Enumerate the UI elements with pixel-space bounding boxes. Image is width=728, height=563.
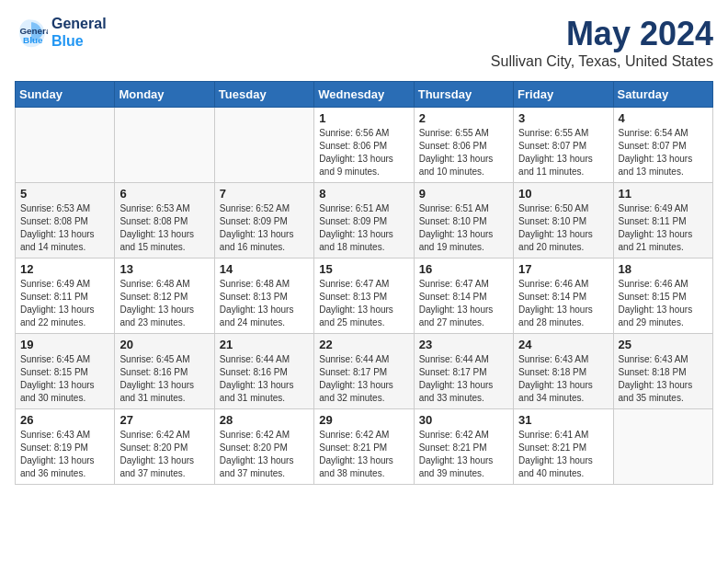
day-info: Sunrise: 6:43 AMSunset: 8:18 PMDaylight:… (619, 353, 708, 405)
calendar-week-5: 26Sunrise: 6:43 AMSunset: 8:19 PMDayligh… (16, 409, 713, 485)
day-info: Sunrise: 6:44 AMSunset: 8:16 PMDaylight:… (220, 353, 309, 405)
day-number: 11 (619, 187, 708, 201)
day-number: 23 (419, 338, 508, 351)
day-info: Sunrise: 6:55 AMSunset: 8:07 PMDaylight:… (518, 127, 608, 178)
day-number: 27 (119, 413, 209, 427)
day-number: 19 (20, 338, 109, 351)
calendar-cell: 15Sunrise: 6:47 AMSunset: 8:13 PMDayligh… (314, 259, 414, 334)
day-info: Sunrise: 6:48 AMSunset: 8:12 PMDaylight:… (119, 278, 209, 329)
header-wednesday: Wednesday (314, 82, 414, 108)
calendar-cell: 22Sunrise: 6:44 AMSunset: 8:17 PMDayligh… (314, 334, 414, 409)
calendar-cell: 9Sunrise: 6:51 AMSunset: 8:10 PMDaylight… (414, 183, 513, 259)
calendar-cell: 4Sunrise: 6:54 AMSunset: 8:07 PMDaylight… (613, 108, 712, 183)
calendar-cell (16, 108, 115, 183)
day-number: 2 (419, 111, 508, 125)
day-info: Sunrise: 6:43 AMSunset: 8:18 PMDaylight:… (518, 353, 608, 405)
day-number: 24 (518, 338, 608, 351)
day-number: 25 (619, 338, 708, 351)
day-number: 30 (419, 413, 508, 427)
header-monday: Monday (115, 82, 214, 108)
calendar-cell: 6Sunrise: 6:53 AMSunset: 8:08 PMDaylight… (115, 183, 214, 259)
day-number: 4 (619, 111, 708, 125)
day-number: 13 (119, 262, 209, 276)
day-info: Sunrise: 6:41 AMSunset: 8:21 PMDaylight:… (518, 429, 608, 480)
day-number: 3 (518, 111, 608, 125)
day-number: 12 (20, 262, 109, 276)
calendar-cell: 28Sunrise: 6:42 AMSunset: 8:20 PMDayligh… (214, 409, 313, 485)
day-info: Sunrise: 6:49 AMSunset: 8:11 PMDaylight:… (20, 278, 109, 329)
calendar-cell: 11Sunrise: 6:49 AMSunset: 8:11 PMDayligh… (613, 183, 712, 259)
day-number: 20 (119, 338, 209, 351)
day-number: 31 (518, 413, 608, 427)
day-info: Sunrise: 6:47 AMSunset: 8:13 PMDaylight:… (319, 278, 408, 329)
day-info: Sunrise: 6:49 AMSunset: 8:11 PMDaylight:… (619, 202, 708, 254)
calendar-table: SundayMondayTuesdayWednesdayThursdayFrid… (15, 81, 713, 485)
day-info: Sunrise: 6:42 AMSunset: 8:20 PMDaylight:… (220, 429, 309, 480)
day-info: Sunrise: 6:44 AMSunset: 8:17 PMDaylight:… (419, 353, 508, 405)
header-friday: Friday (514, 82, 613, 108)
day-info: Sunrise: 6:45 AMSunset: 8:15 PMDaylight:… (20, 353, 109, 405)
day-info: Sunrise: 6:44 AMSunset: 8:17 PMDaylight:… (319, 353, 408, 405)
day-number: 9 (419, 187, 508, 201)
month-title: May 2024 (491, 15, 713, 53)
logo: General Blue General Blue (15, 15, 107, 50)
calendar-cell (613, 409, 712, 485)
calendar-cell (115, 108, 214, 183)
calendar-cell: 21Sunrise: 6:44 AMSunset: 8:16 PMDayligh… (214, 334, 313, 409)
day-number: 29 (319, 413, 408, 427)
calendar-cell: 18Sunrise: 6:46 AMSunset: 8:15 PMDayligh… (613, 259, 712, 334)
calendar-cell: 1Sunrise: 6:56 AMSunset: 8:06 PMDaylight… (314, 108, 414, 183)
day-number: 15 (319, 262, 408, 276)
logo-icon: General Blue (15, 16, 48, 49)
calendar-cell: 27Sunrise: 6:42 AMSunset: 8:20 PMDayligh… (115, 409, 214, 485)
page-header: General Blue General Blue May 2024 Sulli… (15, 15, 713, 70)
header-thursday: Thursday (414, 82, 513, 108)
day-number: 10 (518, 187, 608, 201)
calendar-cell: 30Sunrise: 6:42 AMSunset: 8:21 PMDayligh… (414, 409, 513, 485)
day-number: 5 (20, 187, 109, 201)
calendar-cell: 12Sunrise: 6:49 AMSunset: 8:11 PMDayligh… (16, 259, 115, 334)
logo-text-general: General (51, 15, 107, 32)
calendar-cell: 16Sunrise: 6:47 AMSunset: 8:14 PMDayligh… (414, 259, 513, 334)
day-info: Sunrise: 6:42 AMSunset: 8:20 PMDaylight:… (119, 429, 209, 480)
calendar-cell: 10Sunrise: 6:50 AMSunset: 8:10 PMDayligh… (514, 183, 613, 259)
day-number: 7 (220, 187, 309, 201)
calendar-week-4: 19Sunrise: 6:45 AMSunset: 8:15 PMDayligh… (16, 334, 713, 409)
calendar-header-row: SundayMondayTuesdayWednesdayThursdayFrid… (16, 82, 713, 108)
day-number: 21 (220, 338, 309, 351)
day-info: Sunrise: 6:47 AMSunset: 8:14 PMDaylight:… (419, 278, 508, 329)
calendar-cell: 26Sunrise: 6:43 AMSunset: 8:19 PMDayligh… (16, 409, 115, 485)
day-info: Sunrise: 6:50 AMSunset: 8:10 PMDaylight:… (518, 202, 608, 254)
day-info: Sunrise: 6:48 AMSunset: 8:13 PMDaylight:… (220, 278, 309, 329)
day-number: 26 (20, 413, 109, 427)
header-tuesday: Tuesday (214, 82, 313, 108)
calendar-cell: 5Sunrise: 6:53 AMSunset: 8:08 PMDaylight… (16, 183, 115, 259)
title-area: May 2024 Sullivan City, Texas, United St… (491, 15, 713, 70)
calendar-cell: 7Sunrise: 6:52 AMSunset: 8:09 PMDaylight… (214, 183, 313, 259)
calendar-week-1: 1Sunrise: 6:56 AMSunset: 8:06 PMDaylight… (16, 108, 713, 183)
day-number: 6 (119, 187, 209, 201)
day-number: 1 (319, 111, 408, 125)
day-info: Sunrise: 6:54 AMSunset: 8:07 PMDaylight:… (619, 127, 708, 178)
day-info: Sunrise: 6:55 AMSunset: 8:06 PMDaylight:… (419, 127, 508, 178)
header-saturday: Saturday (613, 82, 712, 108)
day-number: 8 (319, 187, 408, 201)
day-info: Sunrise: 6:46 AMSunset: 8:14 PMDaylight:… (518, 278, 608, 329)
day-number: 16 (419, 262, 508, 276)
calendar-cell: 2Sunrise: 6:55 AMSunset: 8:06 PMDaylight… (414, 108, 513, 183)
calendar-cell: 31Sunrise: 6:41 AMSunset: 8:21 PMDayligh… (514, 409, 613, 485)
day-info: Sunrise: 6:52 AMSunset: 8:09 PMDaylight:… (220, 202, 309, 254)
day-info: Sunrise: 6:42 AMSunset: 8:21 PMDaylight:… (419, 429, 508, 480)
svg-text:Blue: Blue (23, 35, 43, 45)
calendar-week-3: 12Sunrise: 6:49 AMSunset: 8:11 PMDayligh… (16, 259, 713, 334)
day-info: Sunrise: 6:53 AMSunset: 8:08 PMDaylight:… (20, 202, 109, 254)
day-info: Sunrise: 6:51 AMSunset: 8:10 PMDaylight:… (419, 202, 508, 254)
day-info: Sunrise: 6:53 AMSunset: 8:08 PMDaylight:… (119, 202, 209, 254)
calendar-cell: 13Sunrise: 6:48 AMSunset: 8:12 PMDayligh… (115, 259, 214, 334)
day-info: Sunrise: 6:51 AMSunset: 8:09 PMDaylight:… (319, 202, 408, 254)
calendar-cell: 23Sunrise: 6:44 AMSunset: 8:17 PMDayligh… (414, 334, 513, 409)
location-title: Sullivan City, Texas, United States (491, 53, 713, 70)
day-number: 17 (518, 262, 608, 276)
calendar-cell: 20Sunrise: 6:45 AMSunset: 8:16 PMDayligh… (115, 334, 214, 409)
day-info: Sunrise: 6:42 AMSunset: 8:21 PMDaylight:… (319, 429, 408, 480)
